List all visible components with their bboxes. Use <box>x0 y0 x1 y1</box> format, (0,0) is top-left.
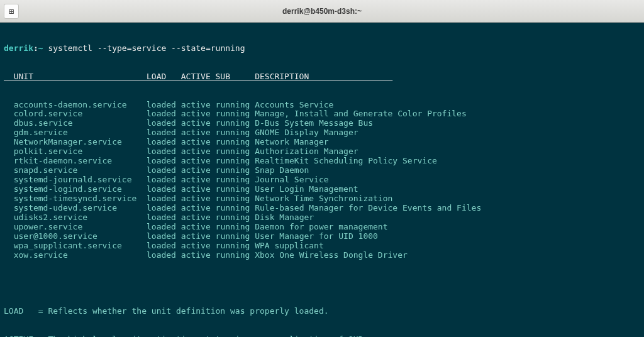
terminal-icon: ⊞ <box>9 6 14 16</box>
cell-sub: running <box>216 109 255 118</box>
cell-active: active <box>181 165 216 175</box>
cell-sub: running <box>216 241 255 250</box>
cell-sub: running <box>216 231 255 241</box>
table-row: gdm.service loaded active running GNOME … <box>4 128 640 138</box>
cell-load: loaded <box>147 194 181 203</box>
cell-load: loaded <box>147 175 181 184</box>
cell-sub: running <box>216 213 255 222</box>
cell-active: active <box>181 137 216 146</box>
cell-sub: running <box>216 194 255 203</box>
window-title: derrik@b450m-d3sh:~ <box>0 7 644 16</box>
cell-load: loaded <box>147 250 181 260</box>
cell-desc: GNOME Display Manager <box>255 128 358 137</box>
terminal-viewport[interactable]: derrik:~ systemctl --type=service --stat… <box>0 23 644 337</box>
cell-load: loaded <box>147 128 181 137</box>
cell-desc: Rule-based Manager for Device Events and… <box>255 203 481 213</box>
prompt-path: ~ <box>38 43 43 53</box>
cell-unit: systemd-timesyncd.service <box>14 194 147 203</box>
cell-unit: rtkit-daemon.service <box>14 156 147 165</box>
cell-active: active <box>181 184 216 194</box>
cell-unit: systemd-journald.service <box>14 175 147 184</box>
cell-active: active <box>181 175 216 184</box>
cell-unit: systemd-logind.service <box>14 184 147 194</box>
blank-line <box>4 279 640 288</box>
window-titlebar: ⊞ derrik@b450m-d3sh:~ <box>0 0 644 23</box>
table-row: systemd-udevd.service loaded active runn… <box>4 204 640 213</box>
cell-desc: Xbox One Wireless Dongle Driver <box>255 250 408 260</box>
cell-sub: running <box>216 146 255 156</box>
table-row: dbus.service loaded active running D-Bus… <box>4 119 640 128</box>
cell-sub: running <box>216 137 255 146</box>
cell-desc: Disk Manager <box>255 213 314 222</box>
cell-load: loaded <box>147 203 181 213</box>
cell-load: loaded <box>147 146 181 156</box>
table-row: user@1000.service loaded active running … <box>4 232 640 241</box>
cell-active: active <box>181 194 216 203</box>
table-row: systemd-timesyncd.service loaded active … <box>4 194 640 204</box>
cell-sub: running <box>216 165 255 175</box>
cell-desc: User Manager for UID 1000 <box>255 231 378 241</box>
table-row: colord.service loaded active running Man… <box>4 109 640 119</box>
cell-sub: running <box>216 100 255 109</box>
cell-load: loaded <box>147 109 181 118</box>
cell-active: active <box>181 156 216 165</box>
cell-active: active <box>181 109 216 118</box>
table-row: systemd-logind.service loaded active run… <box>4 185 640 194</box>
table-row: xow.service loaded active running Xbox O… <box>4 251 640 260</box>
table-row: rtkit-daemon.service loaded active runni… <box>4 157 640 166</box>
cell-desc: Journal Service <box>255 175 328 184</box>
cell-desc: User Login Management <box>255 184 358 194</box>
cell-unit: snapd.service <box>14 165 147 175</box>
cell-sub: running <box>216 175 255 184</box>
cell-active: active <box>181 241 216 250</box>
table-row: udisks2.service loaded active running Di… <box>4 213 640 223</box>
cell-unit: udisks2.service <box>14 213 147 222</box>
cell-active: active <box>181 231 216 241</box>
cell-active: active <box>181 222 216 231</box>
cell-desc: WPA supplicant <box>255 241 324 250</box>
table-row: NetworkManager.service loaded active run… <box>4 138 640 147</box>
cell-unit: xow.service <box>14 250 147 260</box>
header-row: UNIT LOAD ACTIVE SUB DESCRIPTION <box>4 72 640 82</box>
cell-active: active <box>181 213 216 222</box>
cell-sub: running <box>216 203 255 213</box>
cell-active: active <box>181 128 216 137</box>
prompt-user: derrik <box>4 43 33 53</box>
cell-unit: NetworkManager.service <box>14 137 147 146</box>
table-row: accounts-daemon.service loaded active ru… <box>4 101 640 110</box>
cell-sub: running <box>216 156 255 165</box>
service-rows: accounts-daemon.service loaded active ru… <box>4 101 640 260</box>
cell-unit: systemd-udevd.service <box>14 203 147 213</box>
cell-sub: running <box>216 184 255 194</box>
cell-unit: gdm.service <box>14 128 147 137</box>
cell-load: loaded <box>147 241 181 250</box>
cell-unit: colord.service <box>14 109 147 118</box>
cell-desc: Network Time Synchronization <box>255 194 392 203</box>
cell-load: loaded <box>147 118 181 128</box>
cell-desc: Manage, Install and Generate Color Profi… <box>255 109 467 118</box>
cell-load: loaded <box>147 184 181 194</box>
titlebar-term-button[interactable]: ⊞ <box>4 4 19 19</box>
cell-desc: Network Manager <box>255 137 328 146</box>
cell-load: loaded <box>147 156 181 165</box>
cell-load: loaded <box>147 100 181 109</box>
cell-unit: wpa_supplicant.service <box>14 241 147 250</box>
cell-sub: running <box>216 118 255 128</box>
cell-load: loaded <box>147 165 181 175</box>
table-row: upower.service loaded active running Dae… <box>4 223 640 232</box>
cell-active: active <box>181 100 216 109</box>
cell-desc: Authorization Manager <box>255 146 358 156</box>
prompt-line: derrik:~ systemctl --type=service --stat… <box>4 44 640 53</box>
table-row: snapd.service loaded active running Snap… <box>4 166 640 175</box>
legend-load: LOAD = Reflects whether the unit definit… <box>4 307 640 316</box>
prompt-sep: : <box>33 43 38 53</box>
cell-desc: Accounts Service <box>255 100 333 109</box>
cell-active: active <box>181 118 216 128</box>
cell-unit: polkit.service <box>14 146 147 156</box>
cell-active: active <box>181 203 216 213</box>
cell-sub: running <box>216 128 255 137</box>
cell-unit: dbus.service <box>14 118 147 128</box>
cell-unit: upower.service <box>14 222 147 231</box>
cell-sub: running <box>216 222 255 231</box>
cell-desc: D-Bus System Message Bus <box>255 118 373 128</box>
